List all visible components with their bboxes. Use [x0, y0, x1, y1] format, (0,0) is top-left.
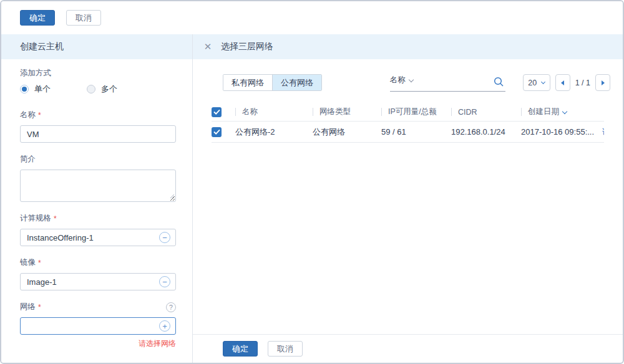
- description-field-group: 简介: [20, 154, 175, 202]
- network-table: 名称 网络类型 IP可用量/总额 CIDR 创建日期 公有网络-2 公有网络: [212, 103, 604, 143]
- page-indicator: 1 / 1: [575, 79, 590, 87]
- search-icon[interactable]: [494, 77, 504, 89]
- radio-single[interactable]: 单个: [20, 84, 51, 95]
- required-asterisk: *: [38, 111, 41, 120]
- chevron-down-icon: [541, 80, 545, 84]
- radio-single-label: 单个: [34, 84, 51, 95]
- network-toolbar: 私有网络 公有网络 名称: [223, 74, 610, 92]
- cell-type: 公有网络: [313, 127, 345, 138]
- remove-offering-icon[interactable]: −: [159, 232, 170, 243]
- cell-created: 2017-10-16 09:55:...: [521, 127, 594, 136]
- column-divider: [235, 108, 236, 116]
- create-vm-panel: 创建云主机 添加方式 单个 多个: [1, 34, 193, 363]
- image-value: Image-1: [27, 277, 159, 287]
- main-area: 创建云主机 添加方式 单个 多个: [1, 34, 623, 363]
- column-divider: [313, 108, 313, 116]
- top-confirm-button[interactable]: 确定: [20, 10, 55, 26]
- network-label: 网络 *: [20, 302, 41, 312]
- radio-multiple-dot[interactable]: [87, 85, 95, 93]
- top-cancel-button[interactable]: 取消: [66, 10, 101, 26]
- page-size-dropdown[interactable]: 20: [523, 74, 550, 91]
- left-panel-title: 创建云主机: [20, 41, 64, 52]
- search-input[interactable]: 名称: [390, 74, 505, 92]
- offering-value: InstanceOffering-1: [27, 233, 159, 242]
- pagination: 20 1 / 1: [523, 74, 610, 91]
- offering-field-group: 计算规格 * InstanceOffering-1 −: [20, 213, 175, 246]
- network-help-icon[interactable]: ?: [166, 302, 176, 312]
- tab-private-network[interactable]: 私有网络: [223, 75, 272, 90]
- add-network-icon[interactable]: +: [159, 320, 170, 332]
- offering-label: 计算规格 *: [20, 213, 175, 224]
- footer-cancel-button[interactable]: 取消: [268, 341, 303, 357]
- left-panel-header: 创建云主机: [1, 34, 192, 59]
- column-divider: [451, 108, 452, 116]
- required-asterisk: *: [38, 303, 41, 312]
- create-vm-form: 添加方式 单个 多个 名称 *: [1, 59, 192, 363]
- sort-caret-icon[interactable]: [562, 108, 567, 113]
- column-header-type[interactable]: 网络类型: [319, 107, 351, 117]
- top-action-bar: 确定 取消: [1, 1, 623, 34]
- table-header-row: 名称 网络类型 IP可用量/总额 CIDR 创建日期: [212, 103, 604, 122]
- image-select[interactable]: Image-1 −: [20, 273, 176, 290]
- network-type-tabs: 私有网络 公有网络: [223, 74, 322, 91]
- required-asterisk: *: [38, 259, 41, 267]
- remove-image-icon[interactable]: −: [159, 276, 170, 287]
- footer-confirm-button[interactable]: 确定: [223, 341, 258, 357]
- add-mode-label: 添加方式: [20, 68, 175, 79]
- close-icon[interactable]: ✕: [203, 41, 213, 52]
- select-network-panel: ✕ 选择三层网络 私有网络 公有网络 名称: [193, 34, 623, 363]
- network-field-group: 网络 * ? + 请选择网络: [20, 302, 175, 349]
- chevron-down-icon: [408, 77, 413, 82]
- radio-single-dot[interactable]: [20, 85, 29, 93]
- arrow-left-icon: [561, 80, 564, 85]
- add-mode-radio-group: 单个 多个: [20, 84, 175, 95]
- arrow-right-icon: [602, 80, 605, 85]
- create-vm-dialog: 确定 取消 创建云主机 添加方式 单个 多个: [0, 0, 624, 364]
- table-empty-space: [193, 143, 623, 334]
- cell-name: 公有网络-2: [235, 127, 275, 138]
- radio-multiple[interactable]: 多个: [87, 84, 117, 95]
- column-divider: [521, 108, 522, 116]
- column-header-cidr[interactable]: CIDR: [458, 108, 477, 117]
- right-panel-title: 选择三层网络: [221, 41, 273, 52]
- name-input[interactable]: [20, 125, 176, 143]
- description-textarea[interactable]: [20, 170, 176, 202]
- column-header-created[interactable]: 创建日期: [528, 107, 559, 117]
- description-label: 简介: [20, 154, 175, 165]
- right-panel-header: ✕ 选择三层网络: [193, 34, 623, 59]
- table-row[interactable]: 公有网络-2 公有网络 59 / 61 192.168.0.1/24 2017-…: [212, 122, 604, 143]
- cell-ip: 59 / 61: [381, 127, 406, 136]
- network-error-message: 请选择网络: [20, 338, 176, 349]
- radio-multiple-label: 多个: [101, 84, 117, 95]
- column-divider: [381, 108, 382, 116]
- next-page-button[interactable]: [595, 74, 610, 91]
- detail-link[interactable]: 详情: [602, 127, 604, 138]
- column-header-name[interactable]: 名称: [242, 107, 258, 117]
- network-select[interactable]: +: [20, 317, 176, 335]
- image-label: 镜像 *: [20, 257, 175, 268]
- select-all-checkbox[interactable]: [212, 107, 222, 117]
- name-label: 名称 *: [20, 110, 175, 120]
- column-header-ip[interactable]: IP可用量/总额: [388, 107, 437, 117]
- required-asterisk: *: [54, 214, 57, 223]
- tab-public-network[interactable]: 公有网络: [272, 75, 321, 90]
- network-panel-footer: 确定 取消: [193, 334, 623, 363]
- name-field-group: 名称 *: [20, 110, 175, 143]
- prev-page-button[interactable]: [555, 74, 570, 91]
- cell-cidr: 192.168.0.1/24: [451, 127, 505, 136]
- offering-select[interactable]: InstanceOffering-1 −: [20, 229, 176, 246]
- image-field-group: 镜像 * Image-1 −: [20, 257, 175, 290]
- search-field-selector[interactable]: 名称: [390, 75, 413, 85]
- row-checkbox[interactable]: [212, 127, 222, 137]
